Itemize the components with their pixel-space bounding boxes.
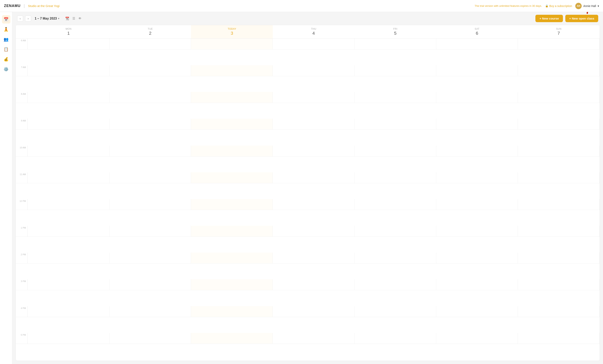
time-cell-row9-col1[interactable] xyxy=(109,279,191,290)
time-cell-row10-col5[interactable] xyxy=(436,306,518,317)
time-cell-row11-col4[interactable] xyxy=(355,333,436,344)
sidebar-item-payments[interactable]: 💰 xyxy=(2,55,10,63)
time-cell-row0-col3[interactable] xyxy=(273,38,355,49)
time-cell-row8-col5[interactable] xyxy=(436,253,518,263)
time-cell-row4-col5[interactable] xyxy=(436,146,518,157)
time-cell-row3-col3[interactable] xyxy=(273,119,355,130)
time-cell-row0-col4[interactable] xyxy=(355,38,436,49)
time-cell-row2-col5[interactable] xyxy=(436,92,518,103)
user-menu[interactable]: AH Annie Hall ▾ xyxy=(575,3,599,9)
time-cell-row5-col5[interactable] xyxy=(436,172,518,183)
time-cell-row1-col4[interactable] xyxy=(355,65,436,76)
time-cell-row6-col3[interactable] xyxy=(273,199,355,210)
time-cell-row10-col3[interactable] xyxy=(273,306,355,317)
time-cell-row10-col0[interactable] xyxy=(28,306,109,317)
time-cell-row1-col6[interactable] xyxy=(518,65,600,76)
time-cell-row1-col5[interactable] xyxy=(436,65,518,76)
sidebar-item-settings[interactable]: ⚙️ xyxy=(2,65,10,73)
next-week-button[interactable]: › xyxy=(25,16,31,22)
time-cell-row10-col6[interactable] xyxy=(518,306,600,317)
time-cell-row3-col0[interactable] xyxy=(28,119,109,130)
buy-subscription-link[interactable]: 🔒 Buy a subscription xyxy=(545,4,572,8)
time-cell-row11-col1[interactable] xyxy=(109,333,191,344)
time-cell-row4-col4[interactable] xyxy=(355,146,436,157)
time-cell-row4-col6[interactable] xyxy=(518,146,600,157)
time-cell-row7-col1[interactable] xyxy=(109,226,191,237)
sidebar-item-members[interactable]: 👥 xyxy=(2,35,10,44)
time-cell-row11-col5[interactable] xyxy=(436,333,518,344)
time-cell-row7-col6[interactable] xyxy=(518,226,600,237)
time-cell-row8-col6[interactable] xyxy=(518,253,600,263)
time-cell-row8-col1[interactable] xyxy=(109,253,191,263)
time-cell-row1-col3[interactable] xyxy=(273,65,355,76)
time-cell-row8-col2[interactable] xyxy=(191,253,273,263)
time-cell-row9-col6[interactable] xyxy=(518,279,600,290)
time-cell-row9-col0[interactable] xyxy=(28,279,109,290)
time-cell-row4-col0[interactable] xyxy=(28,146,109,157)
time-cell-row5-col4[interactable] xyxy=(355,172,436,183)
sidebar-item-reports[interactable]: 📋 xyxy=(2,45,10,53)
eye-icon[interactable]: 👁 xyxy=(78,16,82,21)
prev-week-button[interactable]: ‹ xyxy=(17,16,23,22)
time-cell-row0-col1[interactable] xyxy=(109,38,191,49)
time-cell-row11-col0[interactable] xyxy=(28,333,109,344)
time-cell-row2-col2[interactable] xyxy=(191,92,273,103)
time-cell-row6-col1[interactable] xyxy=(109,199,191,210)
time-cell-row3-col2[interactable] xyxy=(191,119,273,130)
new-open-class-button[interactable]: + New open class xyxy=(565,15,598,22)
time-cell-row10-col4[interactable] xyxy=(355,306,436,317)
time-cell-row7-col0[interactable] xyxy=(28,226,109,237)
time-cell-row5-col1[interactable] xyxy=(109,172,191,183)
time-cell-row6-col4[interactable] xyxy=(355,199,436,210)
time-cell-row9-col2[interactable] xyxy=(191,279,273,290)
time-cell-row2-col6[interactable] xyxy=(518,92,600,103)
time-cell-row6-col5[interactable] xyxy=(436,199,518,210)
sidebar-item-classes[interactable]: 🧘 xyxy=(2,25,10,34)
time-cell-row5-col6[interactable] xyxy=(518,172,600,183)
time-cell-row8-col4[interactable] xyxy=(355,253,436,263)
time-cell-row1-col0[interactable] xyxy=(28,65,109,76)
time-cell-row8-col0[interactable] xyxy=(28,253,109,263)
time-cell-row2-col1[interactable] xyxy=(109,92,191,103)
time-cell-row8-col3[interactable] xyxy=(273,253,355,263)
time-cell-row3-col1[interactable] xyxy=(109,119,191,130)
time-cell-row4-col2[interactable] xyxy=(191,146,273,157)
time-cell-row3-col4[interactable] xyxy=(355,119,436,130)
sidebar-item-calendar[interactable]: 📅 xyxy=(2,15,10,23)
time-cell-row6-col2[interactable] xyxy=(191,199,273,210)
time-cell-row10-col1[interactable] xyxy=(109,306,191,317)
time-cell-row9-col3[interactable] xyxy=(273,279,355,290)
time-cell-row7-col4[interactable] xyxy=(355,226,436,237)
time-cell-row6-col6[interactable] xyxy=(518,199,600,210)
time-cell-row3-col6[interactable] xyxy=(518,119,600,130)
time-cell-row1-col2[interactable] xyxy=(191,65,273,76)
time-cell-row7-col2[interactable] xyxy=(191,226,273,237)
time-cell-row0-col2[interactable] xyxy=(191,38,273,49)
time-cell-row10-col2[interactable] xyxy=(191,306,273,317)
time-cell-row0-col5[interactable] xyxy=(436,38,518,49)
time-cell-row0-col0[interactable] xyxy=(28,38,109,49)
time-cell-row4-col1[interactable] xyxy=(109,146,191,157)
time-cell-row11-col2[interactable] xyxy=(191,333,273,344)
time-cell-row11-col3[interactable] xyxy=(273,333,355,344)
time-cell-row5-col0[interactable] xyxy=(28,172,109,183)
time-cell-row9-col5[interactable] xyxy=(436,279,518,290)
time-cell-row5-col2[interactable] xyxy=(191,172,273,183)
time-cell-row7-col5[interactable] xyxy=(436,226,518,237)
time-cell-row3-col5[interactable] xyxy=(436,119,518,130)
time-cell-row2-col3[interactable] xyxy=(273,92,355,103)
list-view-icon[interactable]: ☰ xyxy=(72,16,76,21)
time-cell-row9-col4[interactable] xyxy=(355,279,436,290)
time-cell-row5-col3[interactable] xyxy=(273,172,355,183)
time-cell-row0-col6[interactable] xyxy=(518,38,600,49)
new-course-button[interactable]: + New course xyxy=(535,15,563,22)
time-cell-row6-col0[interactable] xyxy=(28,199,109,210)
time-cell-row11-col6[interactable] xyxy=(518,333,600,344)
calendar-view-icon[interactable]: 📆 xyxy=(64,16,70,21)
date-range-selector[interactable]: 1 – 7 May 2023 ▾ xyxy=(33,16,61,21)
time-cell-row4-col3[interactable] xyxy=(273,146,355,157)
time-cell-row7-col3[interactable] xyxy=(273,226,355,237)
time-cell-row2-col4[interactable] xyxy=(355,92,436,103)
time-cell-row2-col0[interactable] xyxy=(28,92,109,103)
time-cell-row1-col1[interactable] xyxy=(109,65,191,76)
